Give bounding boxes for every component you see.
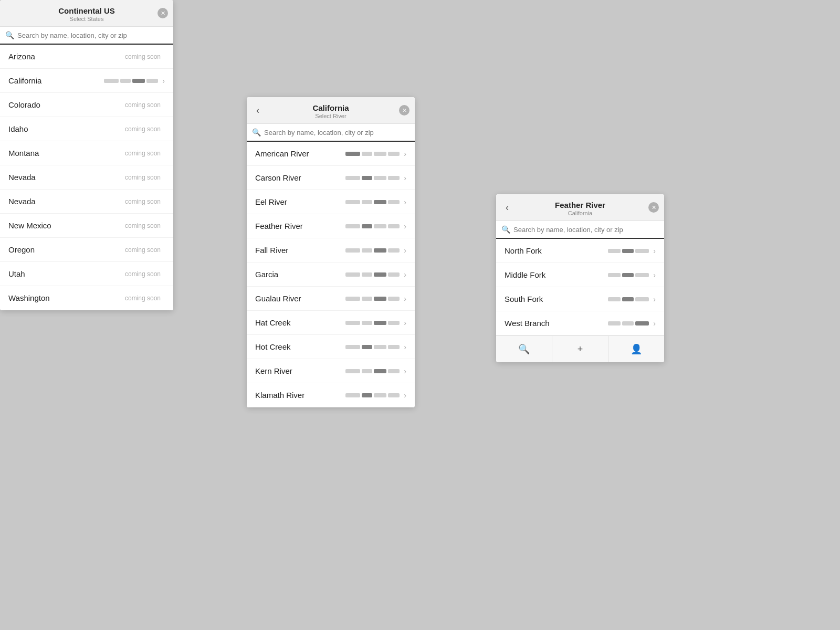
chevron-right-icon: › — [162, 77, 165, 85]
river-list-item[interactable]: Klamath River › — [247, 383, 415, 407]
item-bars — [345, 345, 400, 349]
panel-feather-river: ‹ Feather River California ✕ 🔍 North For… — [496, 194, 664, 362]
river-list-item[interactable]: Kern River › — [247, 359, 415, 383]
state-name: Montana — [8, 149, 125, 158]
panel-ca-close-button[interactable]: ✕ — [399, 105, 410, 116]
chevron-right-icon: › — [653, 271, 656, 279]
coming-soon-tag: coming soon — [125, 101, 161, 109]
state-list-item[interactable]: Nevada coming soon — [0, 190, 173, 214]
panel-ca-title: California — [255, 103, 406, 112]
panel-us-close-button[interactable]: ✕ — [158, 8, 168, 18]
chevron-right-icon: › — [653, 247, 656, 255]
tab-add-button[interactable]: + — [552, 336, 608, 362]
item-bars — [345, 176, 400, 180]
panel-feather-title: Feather River — [505, 201, 656, 209]
item-bars — [345, 272, 400, 277]
river-list-item[interactable]: Carson River › — [247, 166, 415, 190]
forks-list: North Fork › Middle Fork › South Fork › … — [496, 239, 664, 335]
river-list-item[interactable]: Gualau River › — [247, 287, 415, 311]
item-bars — [345, 297, 400, 301]
state-name: New Mexico — [8, 221, 125, 230]
coming-soon-tag: coming soon — [125, 246, 161, 254]
fork-name: North Fork — [505, 246, 608, 255]
search-icon: 🔍 — [501, 225, 510, 234]
state-name: Washington — [8, 293, 125, 302]
coming-soon-tag: coming soon — [125, 270, 161, 278]
river-list-item[interactable]: American River › — [247, 142, 415, 166]
item-bars — [104, 79, 158, 83]
panel-feather-back-button[interactable]: ‹ — [501, 200, 513, 215]
chevron-right-icon: › — [404, 391, 406, 400]
state-name: Oregon — [8, 245, 125, 254]
coming-soon-tag: coming soon — [125, 198, 161, 205]
river-name: Carson River — [255, 173, 345, 182]
state-name: Nevada — [8, 173, 125, 182]
panel-feather-header: ‹ Feather River California ✕ — [496, 194, 664, 221]
chevron-right-icon: › — [404, 270, 406, 279]
chevron-right-icon: › — [404, 295, 406, 303]
river-name: Eel River — [255, 197, 345, 206]
state-list-item[interactable]: Idaho coming soon — [0, 117, 173, 141]
item-bars — [345, 200, 400, 204]
chevron-right-icon: › — [404, 198, 406, 206]
states-list: Arizona coming soon California › Colorad… — [0, 45, 173, 310]
panel-us-title: Continental US — [8, 6, 165, 15]
panel-ca-back-button[interactable]: ‹ — [252, 103, 264, 118]
river-list-item[interactable]: Hot Creek › — [247, 335, 415, 359]
chevron-right-icon: › — [404, 246, 406, 255]
search-icon: 🔍 — [5, 31, 14, 39]
panel-feather-subtitle: California — [505, 210, 656, 216]
state-list-item[interactable]: Oregon coming soon — [0, 238, 173, 262]
tab-bar: 🔍 + 👤 — [496, 335, 664, 362]
chevron-right-icon: › — [404, 319, 406, 327]
item-bars — [345, 369, 400, 373]
coming-soon-tag: coming soon — [125, 150, 161, 157]
river-list-item[interactable]: Eel River › — [247, 190, 415, 214]
item-bars — [608, 321, 649, 326]
state-list-item[interactable]: Nevada coming soon — [0, 165, 173, 190]
panel-ca-search-input[interactable] — [264, 129, 410, 136]
panel-ca-search-bar: 🔍 — [247, 124, 415, 142]
panel-us-search-input[interactable] — [17, 32, 168, 39]
river-list-item[interactable]: Garcia › — [247, 262, 415, 287]
state-name: Nevada — [8, 197, 125, 206]
coming-soon-tag: coming soon — [125, 295, 161, 302]
panel-feather-close-button[interactable]: ✕ — [648, 202, 659, 213]
state-list-item[interactable]: New Mexico coming soon — [0, 214, 173, 238]
state-list-item[interactable]: Washington coming soon — [0, 286, 173, 310]
fork-list-item[interactable]: West Branch › — [496, 311, 664, 335]
river-name: Fall River — [255, 246, 345, 255]
fork-list-item[interactable]: Middle Fork › — [496, 263, 664, 287]
panel-ca-header: ‹ California Select River ✕ — [247, 97, 415, 124]
state-name: Utah — [8, 269, 125, 278]
coming-soon-tag: coming soon — [125, 53, 161, 60]
state-name: California — [8, 76, 104, 85]
river-name: Hat Creek — [255, 318, 345, 327]
chevron-right-icon: › — [653, 319, 656, 328]
item-bars — [608, 273, 649, 277]
item-bars — [345, 248, 400, 253]
river-name: Kern River — [255, 366, 345, 375]
river-name: Garcia — [255, 270, 345, 279]
item-bars — [345, 321, 400, 325]
fork-list-item[interactable]: North Fork › — [496, 239, 664, 263]
tab-profile-button[interactable]: 👤 — [608, 336, 664, 362]
panel-us-subtitle: Select States — [8, 16, 165, 22]
state-list-item[interactable]: Utah coming soon — [0, 262, 173, 286]
river-list-item[interactable]: Fall River › — [247, 238, 415, 262]
fork-list-item[interactable]: South Fork › — [496, 287, 664, 311]
state-list-item[interactable]: Montana coming soon — [0, 141, 173, 165]
state-list-item[interactable]: Arizona coming soon — [0, 45, 173, 69]
tab-search-button[interactable]: 🔍 — [496, 336, 552, 362]
item-bars — [345, 152, 400, 156]
panel-feather-search-input[interactable] — [513, 226, 659, 234]
search-icon: 🔍 — [252, 128, 261, 136]
chevron-right-icon: › — [404, 367, 406, 375]
state-name: Arizona — [8, 52, 125, 61]
river-name: Hot Creek — [255, 342, 345, 351]
state-list-item[interactable]: California › — [0, 69, 173, 93]
river-list-item[interactable]: Hat Creek › — [247, 311, 415, 335]
state-list-item[interactable]: Colorado coming soon — [0, 93, 173, 117]
river-name: Feather River — [255, 222, 345, 230]
river-list-item[interactable]: Feather River › — [247, 214, 415, 238]
